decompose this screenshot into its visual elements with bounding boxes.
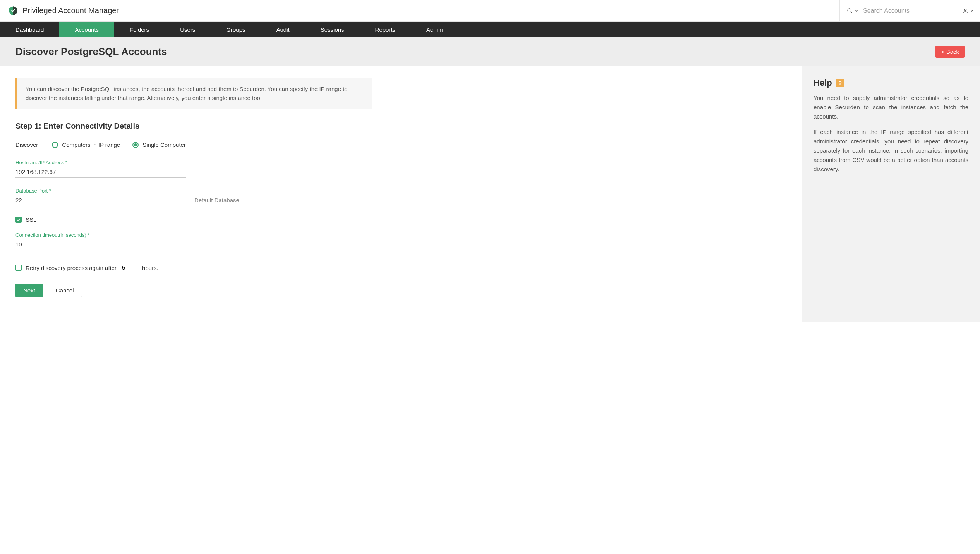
- page-title: Discover PostgreSQL Accounts: [15, 46, 167, 58]
- radio-single-computer[interactable]: Single Computer: [132, 141, 186, 148]
- topbar: Privileged Account Manager: [0, 0, 980, 22]
- brand: Privileged Account Manager: [0, 5, 127, 16]
- svg-line-1: [851, 12, 852, 13]
- next-button[interactable]: Next: [15, 284, 43, 297]
- port-label: Database Port *: [15, 188, 185, 194]
- user-icon: [962, 8, 968, 14]
- chevron-down-icon: [970, 9, 974, 13]
- svg-point-0: [848, 9, 851, 12]
- shield-logo-icon: [8, 5, 19, 16]
- chevron-left-icon: [941, 50, 945, 54]
- nav-dashboard[interactable]: Dashboard: [0, 22, 59, 37]
- help-icon: ?: [836, 79, 844, 87]
- layout: You can discover the PostgreSQL instance…: [0, 66, 980, 322]
- timeout-input[interactable]: [15, 239, 186, 250]
- discover-lead-label: Discover: [15, 141, 38, 148]
- radio-ip-range[interactable]: Computers in IP range: [52, 141, 120, 148]
- user-menu[interactable]: [956, 0, 980, 21]
- ssl-label: SSL: [26, 216, 36, 223]
- back-button-label: Back: [946, 48, 959, 55]
- help-title: Help: [814, 78, 832, 88]
- radio-circle-icon: [52, 142, 58, 148]
- back-button[interactable]: Back: [935, 46, 965, 58]
- main-column: You can discover the PostgreSQL instance…: [0, 66, 802, 322]
- timeout-label: Connection timeout(in seconds) *: [15, 232, 186, 238]
- retry-text-after: hours.: [142, 265, 158, 271]
- retry-checkbox[interactable]: [15, 265, 22, 271]
- port-input[interactable]: [15, 194, 185, 206]
- help-panel: Help ? You need to supply administrator …: [802, 66, 980, 322]
- nav-audit[interactable]: Audit: [261, 22, 305, 37]
- search-area: [839, 0, 956, 21]
- nav-admin[interactable]: Admin: [411, 22, 458, 37]
- help-paragraph-1: You need to supply administrator credent…: [814, 93, 968, 121]
- page-header: Discover PostgreSQL Accounts Back: [0, 37, 980, 66]
- default-database-input[interactable]: [194, 194, 364, 206]
- retry-text-before: Retry discovery process again after: [26, 265, 117, 271]
- radio-single-computer-label: Single Computer: [142, 141, 186, 148]
- brand-title: Privileged Account Manager: [22, 6, 119, 15]
- info-banner: You can discover the PostgreSQL instance…: [15, 78, 372, 109]
- nav-accounts[interactable]: Accounts: [59, 22, 114, 37]
- help-paragraph-2: If each instance in the IP range specifi…: [814, 127, 968, 174]
- discover-mode-row: Discover Computers in IP range Single Co…: [15, 141, 786, 148]
- nav-groups[interactable]: Groups: [211, 22, 261, 37]
- search-icon[interactable]: [847, 8, 858, 14]
- svg-point-2: [964, 9, 966, 10]
- hostname-label: Hostname/IP Address *: [15, 160, 186, 165]
- nav-folders[interactable]: Folders: [114, 22, 165, 37]
- retry-hours-input[interactable]: [120, 263, 138, 272]
- radio-ip-range-label: Computers in IP range: [62, 141, 120, 148]
- search-input[interactable]: [863, 7, 949, 14]
- hostname-input[interactable]: [15, 166, 186, 178]
- nav-reports[interactable]: Reports: [360, 22, 411, 37]
- nav-sessions[interactable]: Sessions: [305, 22, 360, 37]
- radio-circle-selected-icon: [132, 142, 139, 148]
- navbar: Dashboard Accounts Folders Users Groups …: [0, 22, 980, 37]
- nav-users[interactable]: Users: [165, 22, 211, 37]
- step-title: Step 1: Enter Connectivity Details: [15, 122, 786, 131]
- ssl-checkbox[interactable]: [15, 217, 22, 223]
- cancel-button[interactable]: Cancel: [48, 284, 82, 297]
